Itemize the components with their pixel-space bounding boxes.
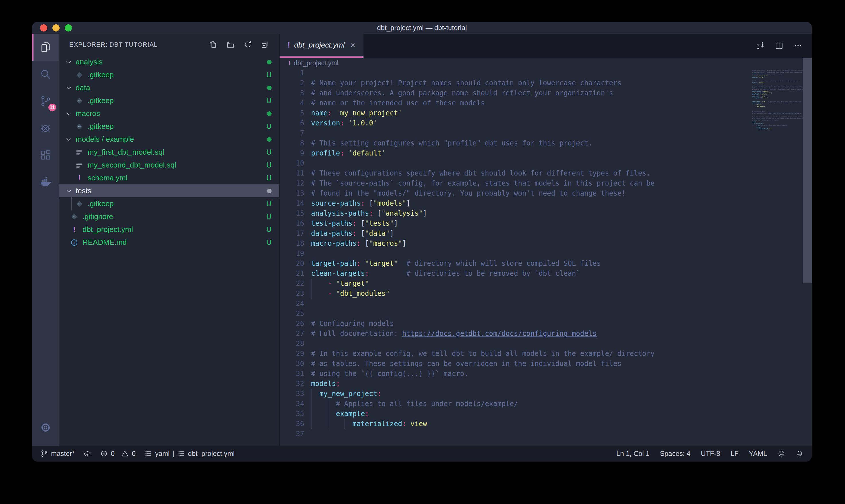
activity-item-source-control[interactable]: 11	[32, 88, 59, 114]
code-line[interactable]: 21clean-targets: # directories to be rem…	[280, 269, 812, 278]
file-gitignore[interactable]: .gitignoreU	[59, 210, 279, 223]
code-line[interactable]: 23 - "dbt_modules"	[280, 289, 812, 299]
close-icon[interactable]: ×	[350, 41, 356, 50]
tab-dbt-project-yml[interactable]: ! dbt_project.yml ×	[280, 34, 363, 58]
code-line[interactable]: 10	[280, 158, 812, 168]
line-number: 31	[280, 369, 304, 379]
file-gitkeep[interactable]: .gitkeepU	[59, 94, 279, 107]
yaml-warning-icon: !	[70, 226, 78, 234]
split-editor-icon[interactable]	[775, 41, 784, 50]
code-line[interactable]: 8# This setting configures which "profil…	[280, 138, 812, 148]
code-line[interactable]: 27# Full documentation: https://docs.get…	[280, 329, 812, 339]
code-line[interactable]: 32models:	[280, 379, 812, 389]
git-branch-indicator[interactable]: master*	[40, 450, 75, 457]
code-line[interactable]: 11# These configurations specify where d…	[280, 168, 812, 178]
info-icon	[70, 238, 78, 247]
code-line[interactable]: 29# In this example config, we tell dbt …	[280, 349, 812, 359]
code-line[interactable]: 33 my_new_project:	[280, 389, 812, 399]
eol-setting[interactable]: LF	[731, 450, 738, 457]
more-actions-icon[interactable]	[793, 41, 803, 50]
desktop: dbt_project.yml — dbt-tutorial 11 EXPLOR…	[0, 0, 845, 504]
code-line[interactable]: 12# The `source-paths` config, for examp…	[280, 178, 812, 188]
notifications-button[interactable]	[796, 450, 804, 457]
file-my-first-dbt-model-sql[interactable]: my_first_dbt_model.sqlU	[59, 146, 279, 159]
code-line[interactable]: 6version: '1.0.0'	[280, 118, 812, 128]
code-line[interactable]: 26# Configuring models	[280, 319, 812, 329]
activity-item-explorer[interactable]	[32, 34, 59, 61]
editor-scrollbar[interactable]	[803, 58, 812, 283]
branch-label: master*	[51, 450, 75, 457]
file-gitkeep[interactable]: .gitkeepU	[59, 197, 279, 210]
code-line[interactable]: 28	[280, 339, 812, 349]
folder-tests[interactable]: tests	[59, 184, 279, 197]
code-line[interactable]: 3# and underscores. A good package name …	[280, 88, 812, 98]
minimize-button[interactable]	[52, 24, 59, 32]
git-icon	[75, 71, 84, 79]
line-number: 17	[280, 229, 304, 238]
folder-data[interactable]: data	[59, 81, 279, 94]
cursor-position[interactable]: Ln 1, Col 1	[616, 450, 650, 457]
minimap[interactable]: # Name your project! Project names shoul…	[752, 68, 803, 446]
code-line[interactable]: 7	[280, 128, 812, 138]
folder-macros[interactable]: macros	[59, 107, 279, 120]
file-my-second-dbt-model-sql[interactable]: my_second_dbt_model.sqlU	[59, 159, 279, 172]
indentation-setting[interactable]: Spaces: 4	[660, 450, 690, 457]
item-label: models / example	[76, 135, 134, 144]
collapse-folders-icon[interactable]	[260, 40, 269, 49]
activity-item-debug[interactable]	[32, 114, 59, 142]
code-line[interactable]: 19	[280, 249, 812, 258]
code-line[interactable]: 36 materialized: view	[280, 419, 812, 429]
code-line[interactable]: 9profile: 'default'	[280, 148, 812, 158]
code-line[interactable]: 35 example:	[280, 409, 812, 419]
open-changes-icon[interactable]	[756, 41, 765, 50]
code-line[interactable]: 30# as tables. These settings can be ove…	[280, 359, 812, 369]
item-label: .gitkeep	[88, 70, 114, 79]
code-line[interactable]: 15analysis-paths: ["analysis"]	[280, 209, 812, 218]
code-area[interactable]: 12# Name your project! Project names sho…	[280, 68, 812, 446]
activity-item-extensions[interactable]	[32, 142, 59, 168]
code-line[interactable]: 5name: 'my_new_project'	[280, 108, 812, 118]
code-line[interactable]: 34 # Applies to all files under models/e…	[280, 399, 812, 409]
new-folder-icon[interactable]	[226, 40, 235, 49]
code-line[interactable]: 31# using the `{{ config(...) }}` macro.	[280, 369, 812, 379]
title-bar[interactable]: dbt_project.yml — dbt-tutorial	[32, 22, 812, 34]
folder-models-example[interactable]: models / example	[59, 133, 279, 146]
activity-item-docker[interactable]	[32, 168, 59, 195]
code-line[interactable]: 2# Name your project! Project names shou…	[280, 78, 812, 88]
code-line[interactable]: 4# name or the intended use of these mod…	[280, 98, 812, 108]
zoom-button[interactable]	[65, 24, 72, 32]
line-number: 25	[280, 309, 304, 319]
code-line[interactable]: 1	[280, 68, 812, 78]
file-readme-md[interactable]: README.mdU	[59, 236, 279, 249]
close-button[interactable]	[40, 24, 47, 32]
activity-item-search[interactable]	[32, 61, 59, 88]
code-line[interactable]: 25	[280, 309, 812, 319]
code-line[interactable]: 20target-path: "target" # directory whic…	[280, 258, 812, 269]
line-number: 36	[280, 419, 304, 429]
sync-button[interactable]	[83, 450, 91, 457]
file-dbt-project-yml[interactable]: !dbt_project.ymlU	[59, 223, 279, 236]
code-line[interactable]: 37	[280, 429, 812, 439]
activity-item-settings[interactable]	[32, 414, 59, 441]
new-file-icon[interactable]	[209, 40, 218, 49]
line-number: 33	[280, 389, 304, 399]
folder-analysis[interactable]: analysis	[59, 56, 279, 69]
code-line[interactable]: 16test-paths: ["tests"]	[280, 218, 812, 229]
breadcrumb[interactable]: ! dbt_project.yml	[280, 58, 812, 68]
encoding-setting[interactable]: UTF-8	[701, 450, 720, 457]
code-line[interactable]: 24	[280, 299, 812, 309]
feedback-button[interactable]	[777, 450, 786, 457]
code-line[interactable]: 14source-paths: ["models"]	[280, 198, 812, 209]
yaml-schema-indicator[interactable]: yaml | dbt_project.yml	[144, 450, 235, 457]
code-line[interactable]: 13# found in the "models/" directory. Yo…	[280, 188, 812, 198]
file-gitkeep[interactable]: .gitkeepU	[59, 69, 279, 81]
code-line[interactable]: 18macro-paths: ["macros"]	[280, 238, 812, 249]
code-line[interactable]: 22 - "target"	[280, 278, 812, 289]
code-line[interactable]: 17data-paths: ["data"]	[280, 229, 812, 238]
problems-indicator[interactable]: 0 0	[100, 450, 136, 457]
line-number: 34	[280, 399, 304, 409]
language-mode[interactable]: YAML	[749, 450, 767, 457]
file-schema-yml[interactable]: !schema.ymlU	[59, 172, 279, 184]
refresh-icon[interactable]	[244, 40, 252, 49]
file-gitkeep[interactable]: .gitkeepU	[59, 120, 279, 133]
